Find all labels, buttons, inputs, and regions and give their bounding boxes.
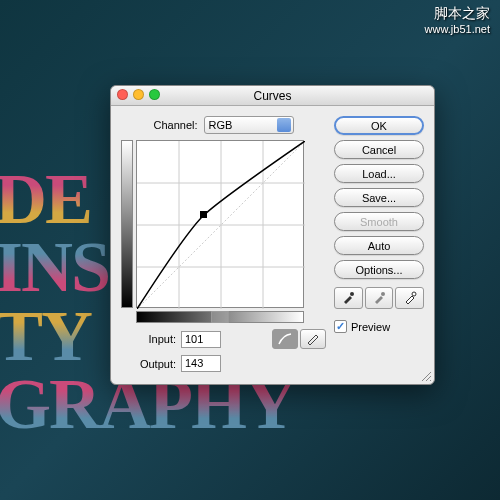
svg-point-9 bbox=[412, 292, 416, 296]
input-field[interactable]: 101 bbox=[181, 331, 221, 348]
channel-select[interactable]: RGB bbox=[204, 116, 294, 134]
smooth-button: Smooth bbox=[334, 212, 424, 231]
white-eyedropper-button[interactable] bbox=[395, 287, 424, 309]
output-field[interactable]: 143 bbox=[181, 355, 221, 372]
black-eyedropper-button[interactable] bbox=[334, 287, 363, 309]
dialog-titlebar[interactable]: Curves bbox=[111, 86, 434, 106]
output-label: Output: bbox=[121, 358, 176, 370]
preview-checkbox[interactable]: ✓ bbox=[334, 320, 347, 333]
load-button[interactable]: Load... bbox=[334, 164, 424, 183]
pencil-tool-button[interactable] bbox=[300, 329, 326, 349]
output-gradient bbox=[121, 140, 133, 308]
gray-eyedropper-button[interactable] bbox=[365, 287, 394, 309]
input-gradient[interactable] bbox=[136, 311, 304, 323]
options-button[interactable]: Options... bbox=[334, 260, 424, 279]
minimize-icon[interactable] bbox=[133, 89, 144, 100]
svg-point-7 bbox=[350, 292, 354, 296]
input-label: Input: bbox=[121, 333, 176, 345]
auto-button[interactable]: Auto bbox=[334, 236, 424, 255]
resize-handle-icon[interactable] bbox=[420, 370, 432, 382]
zoom-icon[interactable] bbox=[149, 89, 160, 100]
curve-point-icon bbox=[200, 211, 207, 218]
gradient-handle-icon[interactable] bbox=[211, 311, 229, 323]
preview-label: Preview bbox=[351, 321, 390, 333]
curve-tool-button[interactable] bbox=[272, 329, 298, 349]
curves-dialog: Curves Channel: RGB bbox=[110, 85, 435, 385]
svg-line-12 bbox=[430, 380, 431, 381]
channel-label: Channel: bbox=[153, 119, 197, 131]
cancel-button[interactable]: Cancel bbox=[334, 140, 424, 159]
svg-line-10 bbox=[422, 372, 431, 381]
close-icon[interactable] bbox=[117, 89, 128, 100]
save-button[interactable]: Save... bbox=[334, 188, 424, 207]
svg-point-8 bbox=[381, 292, 385, 296]
watermark: 脚本之家 www.jb51.net bbox=[425, 5, 490, 35]
ok-button[interactable]: OK bbox=[334, 116, 424, 135]
curve-graph[interactable] bbox=[136, 140, 304, 308]
dialog-title: Curves bbox=[253, 89, 291, 103]
